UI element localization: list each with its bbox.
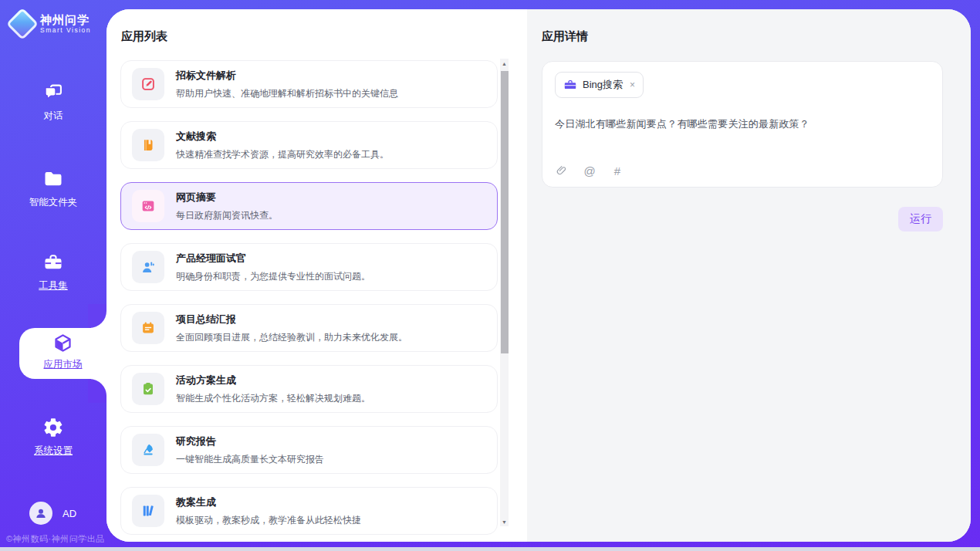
app-list-item-3[interactable]: 产品经理面试官明确身份和职责，为您提供专业性的面试问题。: [120, 243, 498, 291]
mention-icon[interactable]: @: [583, 164, 596, 177]
browser-code-icon: [140, 198, 157, 215]
app-list-item-1[interactable]: 文献搜索快速精准查找学术资源，提高研究效率的必备工具。: [120, 121, 498, 169]
brand-subtitle: Smart Vision: [40, 27, 91, 34]
query-input[interactable]: 今日湖北有哪些新闻要点？有哪些需要关注的最新政策？: [555, 117, 930, 131]
app-icon-tile: [132, 373, 164, 405]
app-list-item-5[interactable]: 活动方案生成智能生成个性化活动方案，轻松解决规划难题。: [120, 365, 498, 413]
clipboard-check-icon: [140, 380, 157, 397]
app-list-panel: 应用列表 招标文件解析帮助用户快速、准确地理解和解析招标书中的关键信息文献搜索快…: [106, 9, 527, 542]
scrollbar-thumb[interactable]: [501, 71, 509, 353]
app-name: 文献搜索: [176, 130, 389, 144]
app-list-item-7[interactable]: 教案生成模板驱动，教案秒成，教学准备从此轻松快捷: [120, 487, 498, 535]
app-name: 项目总结汇报: [176, 313, 407, 326]
app-description: 智能生成个性化活动方案，轻松解决规划难题。: [176, 392, 370, 405]
bottom-edge-strip: [0, 547, 980, 551]
copyright-footer: ©神州数码·神州问学出品: [6, 533, 105, 545]
app-description: 一键智能生成高质量长文本研究报告: [176, 453, 324, 466]
query-card: Bing搜索 × 今日湖北有哪些新闻要点？有哪些需要关注的最新政策？ @ #: [542, 61, 943, 188]
hash-icon[interactable]: #: [610, 164, 624, 177]
app-icon-tile: [132, 68, 164, 100]
avatar: [29, 502, 52, 525]
tool-tag-label: Bing搜索: [583, 78, 623, 92]
ink-pen-icon: [140, 441, 157, 458]
app-description: 全面回顾项目进展，总结经验教训，助力未来优化发展。: [176, 331, 407, 344]
app-name: 网页摘要: [176, 191, 278, 205]
toolbox-icon: [42, 252, 64, 273]
app-description: 每日政府新闻资讯快查。: [176, 209, 278, 222]
app-description: 快速精准查找学术资源，提高研究效率的必备工具。: [176, 148, 389, 161]
app-list-item-6[interactable]: 研究报告一键智能生成高质量长文本研究报告: [120, 426, 498, 474]
app-detail-title: 应用详情: [527, 9, 971, 44]
main-panel: 应用列表 招标文件解析帮助用户快速、准确地理解和解析招标书中的关键信息文献搜索快…: [106, 9, 971, 542]
scrollbar[interactable]: ▲ ▼: [500, 59, 509, 526]
app-name: 研究报告: [176, 434, 324, 448]
app-window: 神州问学 Smart Vision 对话智能文件夹工具集系统设置 应用市场 AD…: [0, 0, 980, 551]
brand-logo: 神州问学 Smart Vision: [11, 12, 91, 35]
interviewer-icon: [140, 259, 157, 276]
app-name: 活动方案生成: [176, 374, 370, 387]
user-account[interactable]: AD: [29, 502, 76, 525]
app-list-title: 应用列表: [106, 9, 527, 44]
calendar-report-icon: [140, 319, 157, 336]
sidebar-item-2[interactable]: 工具集: [0, 252, 106, 292]
app-icon-tile: [132, 495, 164, 527]
sidebar-item-0[interactable]: 对话: [0, 82, 106, 123]
paperclip-icon[interactable]: [555, 164, 569, 177]
sidebar-item-1[interactable]: 智能文件夹: [0, 168, 106, 209]
app-name: 产品经理面试官: [176, 252, 370, 265]
remove-tag-icon[interactable]: ×: [630, 79, 635, 90]
app-icon-tile: [132, 129, 164, 161]
app-list-item-2[interactable]: 网页摘要每日政府新闻资讯快查。: [120, 182, 498, 230]
brand-name: 神州问学: [40, 14, 91, 27]
chat-icon: [42, 82, 64, 103]
active-nav-bubble: 应用市场: [19, 328, 106, 379]
app-description: 帮助用户快速、准确地理解和解析招标书中的关键信息: [176, 87, 398, 100]
sidebar-item-label: 对话: [0, 110, 106, 123]
app-description: 模板驱动，教案秒成，教学准备从此轻松快捷: [176, 514, 361, 527]
app-description: 明确身份和职责，为您提供专业性的面试问题。: [176, 270, 370, 283]
sidebar-item-app-market[interactable]: 应用市场: [19, 333, 106, 371]
app-list-item-0[interactable]: 招标文件解析帮助用户快速、准确地理解和解析招标书中的关键信息: [120, 60, 498, 108]
tool-tag-bing-search[interactable]: Bing搜索 ×: [555, 72, 644, 98]
sidebar-item-4[interactable]: 系统设置: [0, 417, 106, 458]
edit-document-icon: [140, 76, 157, 93]
app-detail-panel: 应用详情 Bing搜索 × 今日湖北有哪些新闻要点？有哪些需要关注的最新政策？ …: [527, 9, 971, 542]
app-list-item-4[interactable]: 项目总结汇报全面回顾项目进展，总结经验教训，助力未来优化发展。: [120, 304, 498, 352]
sidebar: 神州问学 Smart Vision 对话智能文件夹工具集系统设置 应用市场 AD…: [0, 0, 106, 551]
run-button[interactable]: 运行: [898, 207, 943, 232]
sidebar-item-label: 应用市场: [19, 358, 106, 371]
app-name: 招标文件解析: [176, 69, 398, 83]
person-icon: [34, 506, 48, 520]
brand-diamond-icon: [6, 8, 39, 40]
app-icon-tile: [132, 434, 164, 466]
attachment-toolbar: @ #: [555, 164, 930, 177]
briefcase-icon: [563, 78, 577, 92]
scroll-up-arrow[interactable]: ▲: [500, 59, 509, 68]
sidebar-item-label: 工具集: [0, 279, 106, 292]
app-name: 教案生成: [176, 495, 361, 509]
gear-icon: [42, 417, 64, 438]
app-icon-tile: [132, 251, 164, 283]
scroll-down-arrow[interactable]: ▼: [500, 517, 509, 526]
sidebar-item-label: 系统设置: [0, 445, 106, 458]
app-icon-tile: [132, 312, 164, 344]
app-list: 招标文件解析帮助用户快速、准确地理解和解析招标书中的关键信息文献搜索快速精准查找…: [106, 60, 527, 537]
book-icon: [140, 137, 157, 154]
sidebar-item-label: 智能文件夹: [0, 196, 106, 209]
books-icon: [140, 502, 157, 519]
folder-icon: [42, 168, 64, 190]
app-icon-tile: [132, 190, 164, 222]
user-initials: AD: [63, 508, 76, 519]
cube-icon: [52, 333, 73, 353]
